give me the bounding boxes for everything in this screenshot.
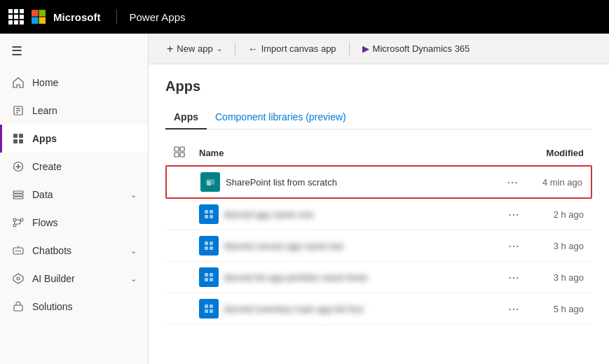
dynamics-play-icon: ▶ bbox=[362, 43, 369, 54]
svg-rect-36 bbox=[205, 210, 208, 214]
data-icon bbox=[11, 188, 25, 202]
content-area: + New app ⌄ ← Import canvas app ▶ Micros… bbox=[149, 34, 609, 364]
app-name-blurred: blurred inventory main app list four bbox=[224, 304, 500, 314]
sidebar-item-home[interactable]: Home bbox=[0, 69, 148, 97]
app-name-label: Power Apps bbox=[130, 11, 186, 23]
sidebar-item-chatbots[interactable]: Chatbots ⌄ bbox=[0, 237, 148, 265]
svg-point-24 bbox=[18, 251, 19, 252]
tab-component-libraries[interactable]: Component libraries (preview) bbox=[207, 106, 355, 130]
hamburger-menu[interactable]: ☰ bbox=[0, 34, 148, 69]
table-row[interactable]: blurred list app portfolio name three ⋯ … bbox=[165, 262, 592, 293]
sidebar-item-solutions[interactable]: Solutions bbox=[0, 293, 148, 321]
toolbar: + New app ⌄ ← Import canvas app ▶ Micros… bbox=[149, 34, 609, 64]
row-options-button[interactable]: ⋯ bbox=[498, 176, 526, 189]
grid-icon bbox=[174, 146, 185, 158]
svg-rect-51 bbox=[210, 309, 213, 313]
dynamics-label: Microsoft Dynamics 365 bbox=[373, 43, 470, 54]
new-app-label: New app bbox=[177, 43, 212, 54]
sidebar-item-label-flows: Flows bbox=[32, 217, 137, 228]
sidebar-item-label-learn: Learn bbox=[32, 105, 137, 116]
column-modified-header: Modified bbox=[500, 148, 584, 158]
tab-apps-label: Apps bbox=[174, 111, 198, 122]
column-name-header: Name bbox=[199, 148, 472, 158]
svg-rect-40 bbox=[205, 241, 208, 245]
app-icon-blue bbox=[199, 236, 219, 255]
svg-rect-16 bbox=[13, 194, 23, 196]
svg-point-18 bbox=[13, 218, 16, 221]
row-options-button[interactable]: ⋯ bbox=[500, 302, 528, 316]
sidebar-item-label-solutions: Solutions bbox=[32, 301, 137, 312]
ai-builder-icon bbox=[11, 272, 25, 286]
app-name: SharePoint list from scratch bbox=[226, 177, 498, 188]
data-chevron-icon: ⌄ bbox=[130, 190, 137, 200]
svg-marker-27 bbox=[13, 274, 23, 284]
row-modified: 3 h ago bbox=[528, 272, 584, 283]
new-app-button[interactable]: + New app ⌄ bbox=[160, 39, 229, 59]
svg-rect-43 bbox=[210, 246, 213, 250]
svg-rect-44 bbox=[205, 273, 208, 276]
sidebar-item-flows[interactable]: Flows bbox=[0, 209, 148, 237]
svg-rect-42 bbox=[205, 246, 208, 250]
app-icon-blue bbox=[199, 299, 219, 318]
svg-rect-37 bbox=[210, 210, 213, 214]
topbar: Microsoft Power Apps bbox=[0, 0, 609, 34]
row-options-button[interactable]: ⋯ bbox=[500, 271, 528, 284]
app-icon-blue bbox=[199, 204, 219, 224]
row-modified: 3 h ago bbox=[528, 241, 584, 251]
app-icon-blue bbox=[199, 267, 219, 287]
app-name-blurred: blurred list app portfolio name three bbox=[224, 272, 500, 283]
page-title: Apps bbox=[165, 78, 592, 94]
row-modified: 2 h ago bbox=[528, 209, 584, 220]
svg-rect-30 bbox=[175, 147, 179, 151]
table-row[interactable]: blurred inventory main app list four ⋯ 5… bbox=[165, 293, 592, 325]
row-modified: 4 min ago bbox=[526, 177, 582, 188]
dynamics-button[interactable]: ▶ Microsoft Dynamics 365 bbox=[355, 40, 477, 57]
sidebar-item-create[interactable]: Create bbox=[0, 153, 148, 181]
svg-rect-1 bbox=[39, 10, 46, 16]
learn-icon bbox=[11, 104, 25, 118]
svg-rect-15 bbox=[13, 191, 23, 193]
svg-rect-0 bbox=[32, 10, 38, 16]
svg-point-19 bbox=[20, 218, 23, 221]
tab-component-libraries-label: Component libraries (preview) bbox=[215, 111, 346, 122]
sidebar-item-label-ai-builder: AI Builder bbox=[32, 273, 123, 284]
table-row[interactable]: blurred app name one ⋯ 2 h ago bbox=[165, 199, 592, 230]
svg-rect-33 bbox=[180, 153, 184, 157]
row-options-button[interactable]: ⋯ bbox=[500, 208, 528, 221]
svg-rect-48 bbox=[205, 304, 208, 308]
ai-builder-chevron-icon: ⌄ bbox=[130, 274, 137, 284]
sidebar-item-label-chatbots: Chatbots bbox=[32, 245, 123, 256]
svg-point-25 bbox=[20, 251, 21, 252]
app-name-blurred: blurred app name one bbox=[224, 209, 500, 220]
svg-rect-49 bbox=[210, 304, 213, 308]
new-app-chevron-icon: ⌄ bbox=[217, 45, 222, 52]
svg-rect-39 bbox=[210, 215, 213, 218]
apps-icon bbox=[11, 132, 25, 146]
import-button[interactable]: ← Import canvas app bbox=[241, 40, 343, 58]
topbar-divider bbox=[116, 10, 117, 24]
table-row[interactable]: S SharePoint list from scratch ⋯ 4 min a… bbox=[165, 165, 592, 199]
row-options-button[interactable]: ⋯ bbox=[500, 239, 528, 253]
import-arrow-icon: ← bbox=[248, 43, 258, 55]
sidebar-item-apps[interactable]: Apps bbox=[0, 125, 148, 153]
tab-apps[interactable]: Apps bbox=[165, 106, 207, 130]
sidebar-item-learn[interactable]: Learn bbox=[0, 97, 148, 125]
column-check bbox=[174, 146, 199, 160]
chatbots-icon bbox=[11, 244, 25, 258]
table-row[interactable]: blurred canvas app name two ⋯ 3 h ago bbox=[165, 230, 592, 262]
svg-rect-10 bbox=[13, 139, 18, 144]
app-name-blurred: blurred canvas app name two bbox=[224, 241, 500, 251]
tabs-bar: Apps Component libraries (preview) bbox=[165, 106, 592, 130]
toolbar-sep-2 bbox=[349, 42, 350, 56]
table-header: Name Modified bbox=[165, 141, 592, 165]
page-content: Apps Apps Component libraries (preview) bbox=[149, 64, 609, 364]
svg-point-20 bbox=[13, 224, 16, 227]
svg-rect-31 bbox=[180, 147, 184, 151]
sidebar-item-label-data: Data bbox=[32, 189, 123, 200]
sidebar-item-data[interactable]: Data ⌄ bbox=[0, 181, 148, 209]
sidebar-item-ai-builder[interactable]: AI Builder ⌄ bbox=[0, 265, 148, 293]
svg-rect-8 bbox=[13, 134, 18, 138]
sidebar: ☰ Home Learn Apps Create bbox=[0, 34, 149, 364]
waffle-menu-icon[interactable] bbox=[8, 9, 24, 24]
svg-rect-17 bbox=[13, 197, 23, 199]
